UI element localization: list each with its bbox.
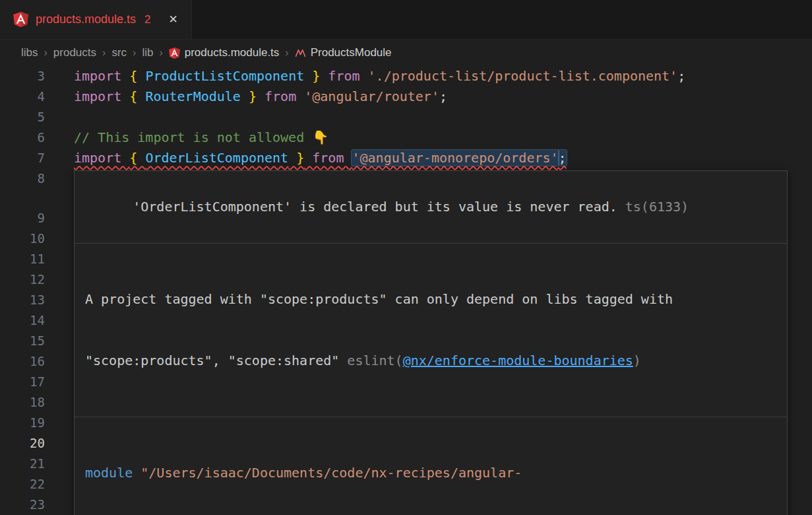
chevron-right-icon: › (44, 47, 47, 59)
hover-eslint-message: A project tagged with "scope:products" c… (75, 244, 787, 417)
chevron-right-icon: › (133, 47, 136, 59)
line-number[interactable]: 3 (0, 66, 45, 86)
module-symbol-icon (295, 48, 306, 59)
tab-bar: products.module.ts 2 ✕ (0, 0, 812, 40)
breadcrumb-lib[interactable]: lib (142, 46, 153, 59)
breadcrumb: libs › products › src › lib › products.m… (0, 40, 812, 66)
line-number[interactable]: 14 (0, 310, 45, 331)
line-number[interactable]: 11 (0, 249, 45, 269)
line-number[interactable]: 13 (0, 290, 45, 310)
line-number[interactable]: 6 (0, 127, 45, 148)
code-content: import { OrderListComponent } from '@ang… (74, 148, 812, 168)
code-content: import { ProductListComponent } from './… (74, 66, 812, 86)
code-content (74, 107, 812, 127)
line-number[interactable]: 20 (0, 433, 45, 454)
eslint-rule-link[interactable]: @nx/enforce-module-boundaries (403, 353, 633, 368)
line-number[interactable]: 18 (0, 392, 45, 413)
ts-message-text: 'OrderListComponent' is declared but its… (133, 199, 617, 215)
code-content: import { RouterModule } from '@angular/r… (74, 86, 812, 107)
breadcrumb-src[interactable]: src (111, 46, 127, 59)
breadcrumb-file[interactable]: products.module.ts (169, 46, 280, 59)
code-line-7[interactable]: 7import { OrderListComponent } from '@an… (0, 148, 812, 168)
breadcrumb-libs[interactable]: libs (21, 46, 38, 59)
eslint-source-suffix: ) (633, 353, 641, 368)
chevron-right-icon: › (102, 47, 106, 59)
line-number[interactable]: 21 (0, 454, 45, 474)
line-number[interactable]: 4 (0, 86, 45, 107)
line-number[interactable]: 23 (0, 495, 45, 515)
breadcrumb-products[interactable]: products (53, 46, 96, 59)
breadcrumb-file-label: products.module.ts (185, 46, 280, 59)
ts-error-code: ts(6133) (625, 199, 689, 215)
angular-icon (169, 48, 180, 59)
line-number[interactable]: 22 (0, 474, 45, 495)
line-number[interactable]: 12 (0, 269, 45, 290)
line-number[interactable]: 17 (0, 372, 45, 392)
code-line-6[interactable]: 6// This import is not allowed 👇 (0, 127, 812, 148)
eslint-message-line2: "scope:products", "scope:shared" eslint(… (85, 351, 776, 371)
code-line-3[interactable]: 3import { ProductListComponent } from '.… (0, 66, 812, 86)
line-number[interactable]: 5 (0, 107, 45, 127)
module-path-line1: module "/Users/isaac/Documents/code/nx-r… (85, 463, 776, 483)
hover-diagnostics-popup: 'OrderListComponent' is declared but its… (74, 170, 788, 515)
hover-ts-message: 'OrderListComponent' is declared but its… (75, 171, 787, 244)
tab-products-module[interactable]: products.module.ts 2 ✕ (0, 0, 192, 39)
breadcrumb-symbol[interactable]: ProductsModule (295, 46, 392, 59)
close-icon[interactable]: ✕ (169, 13, 178, 26)
editor[interactable]: 3import { ProductListComponent } from '.… (0, 66, 812, 515)
line-number[interactable]: 15 (0, 331, 45, 351)
line-number[interactable]: 7 (0, 148, 45, 168)
angular-icon (13, 12, 28, 27)
tab-title: products.module.ts (36, 13, 136, 26)
line-number[interactable]: 16 (0, 351, 45, 372)
eslint-message-line1: A project tagged with "scope:products" c… (85, 289, 776, 310)
module-keyword: module (85, 465, 133, 481)
breadcrumb-symbol-label: ProductsModule (311, 46, 392, 59)
chevron-right-icon: › (285, 47, 288, 59)
line-number[interactable]: 10 (0, 228, 45, 249)
chevron-right-icon: › (159, 47, 162, 59)
code-line-5[interactable]: 5 (0, 107, 812, 127)
code-content: // This import is not allowed 👇 (74, 127, 812, 148)
line-number[interactable]: 9 (0, 208, 45, 228)
code-line-4[interactable]: 4import { RouterModule } from '@angular/… (0, 86, 812, 107)
line-number[interactable]: 19 (0, 413, 45, 433)
tab-error-count: 2 (144, 13, 150, 26)
eslint-source-prefix: eslint( (339, 353, 402, 368)
error-squiggle: import { OrderListComponent } from '@ang… (74, 150, 567, 166)
hover-module-path: module "/Users/isaac/Documents/code/nx-r… (75, 417, 787, 515)
line-number[interactable]: 8 (0, 168, 45, 189)
